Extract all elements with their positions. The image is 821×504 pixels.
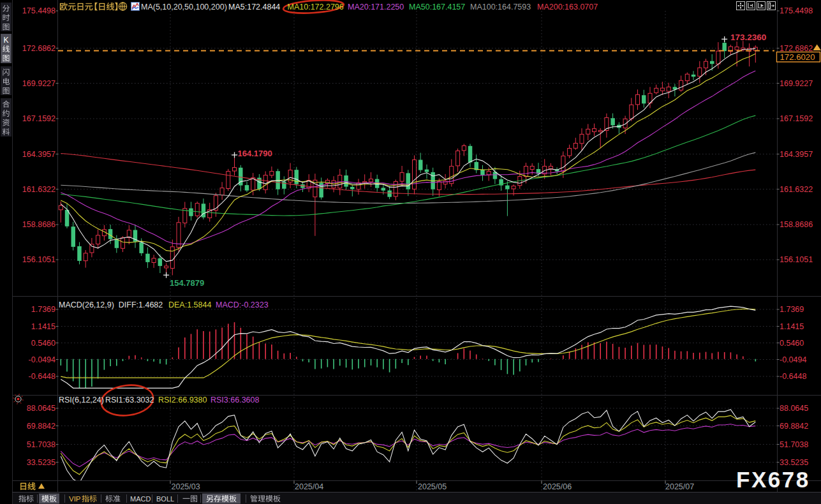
svg-text:69.8842: 69.8842 [27, 422, 55, 431]
svg-text:FX678: FX678 [736, 467, 810, 492]
svg-text:RSI1:63.3032: RSI1:63.3032 [105, 396, 154, 404]
svg-text:172.6862: 172.6862 [22, 44, 55, 53]
svg-text:RSI(6,12,24): RSI(6,12,24) [59, 396, 104, 404]
svg-text:161.6322: 161.6322 [22, 185, 55, 194]
svg-text:-0.0494: -0.0494 [780, 355, 806, 364]
svg-text:173.2360: 173.2360 [730, 33, 766, 42]
svg-text:RSI2:66.9380: RSI2:66.9380 [158, 396, 207, 404]
svg-text:2025/06: 2025/06 [543, 482, 572, 491]
svg-text:MACD:-0.2323: MACD:-0.2323 [216, 300, 269, 309]
svg-text:1.7369: 1.7369 [31, 305, 55, 314]
svg-text:MA100:164.7593: MA100:164.7593 [470, 3, 531, 11]
svg-text:33.5235: 33.5235 [27, 458, 55, 467]
svg-text:1.7369: 1.7369 [780, 305, 804, 314]
svg-text:33.5235: 33.5235 [780, 458, 808, 467]
svg-text:156.1051: 156.1051 [22, 255, 55, 264]
svg-text:0.5460: 0.5460 [31, 339, 55, 348]
svg-text:DEA:1.5844: DEA:1.5844 [168, 300, 211, 309]
svg-text:MACD: MACD [130, 495, 151, 503]
svg-text:175.4498: 175.4498 [22, 6, 55, 15]
svg-text:158.8686: 158.8686 [22, 220, 55, 229]
svg-text:MA5:172.4844: MA5:172.4844 [228, 3, 280, 11]
svg-text:VIP: VIP [69, 495, 81, 503]
svg-text:1.1415: 1.1415 [780, 322, 804, 331]
svg-text:154.7879: 154.7879 [170, 278, 204, 288]
svg-text:161.6322: 161.6322 [780, 185, 813, 194]
svg-text:MACD(26,12,9) DIFF:1.4682: MACD(26,12,9) DIFF:1.4682 [59, 300, 163, 309]
svg-text:MA200:163.0707: MA200:163.0707 [537, 3, 598, 11]
svg-text:0.5460: 0.5460 [780, 339, 804, 348]
svg-text:2025/05: 2025/05 [418, 482, 447, 491]
svg-text:175.4498: 175.4498 [780, 6, 813, 15]
svg-text:1.1415: 1.1415 [31, 322, 55, 331]
svg-text:MA50:167.4157: MA50:167.4157 [409, 3, 465, 11]
svg-text:K: K [3, 36, 8, 45]
svg-text:2025/03: 2025/03 [172, 482, 200, 491]
svg-text:51.7038: 51.7038 [27, 440, 55, 449]
svg-text:2025/07: 2025/07 [665, 482, 694, 491]
svg-text:169.9227: 169.9227 [780, 79, 813, 88]
svg-text:MA(5,10,20,50,100,200): MA(5,10,20,50,100,200) [141, 3, 227, 11]
svg-text:BOLL: BOLL [156, 495, 174, 503]
svg-text:RSI3:66.3608: RSI3:66.3608 [211, 396, 259, 404]
svg-text:158.8686: 158.8686 [780, 220, 813, 229]
svg-text:164.3957: 164.3957 [780, 150, 813, 159]
svg-text:156.1051: 156.1051 [780, 255, 813, 264]
svg-text:88.0645: 88.0645 [27, 404, 55, 413]
svg-text:-0.6448: -0.6448 [780, 372, 806, 381]
svg-text:69.8842: 69.8842 [780, 422, 808, 431]
svg-text:172.6020: 172.6020 [780, 52, 815, 62]
svg-text:164.3957: 164.3957 [22, 150, 55, 159]
svg-text:2025/04: 2025/04 [295, 482, 323, 491]
svg-text:-0.0494: -0.0494 [29, 355, 55, 364]
svg-text:169.9227: 169.9227 [22, 79, 55, 88]
svg-text:167.1592: 167.1592 [22, 114, 55, 123]
svg-text:-0.6448: -0.6448 [29, 372, 55, 381]
svg-text:88.0645: 88.0645 [780, 404, 808, 413]
svg-text:MA10:172.2796: MA10:172.2796 [288, 3, 344, 11]
svg-text:164.1790: 164.1790 [238, 149, 272, 158]
svg-text:167.1592: 167.1592 [780, 114, 813, 123]
svg-text:51.7038: 51.7038 [780, 440, 808, 449]
svg-text:MA20:171.2250: MA20:171.2250 [348, 3, 404, 11]
